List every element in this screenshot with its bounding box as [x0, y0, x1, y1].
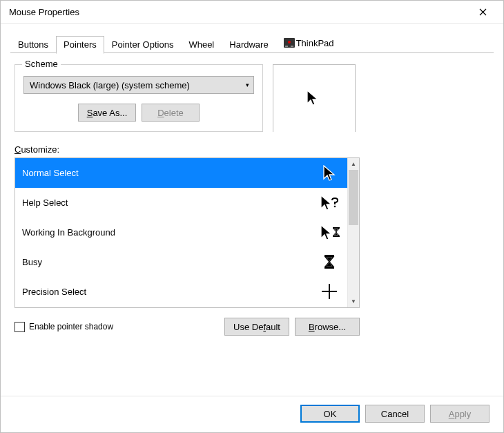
customize-label: Customize: — [14, 144, 490, 155]
list-item-working-in-background[interactable]: Working In Background — [15, 218, 347, 247]
cursor-help-icon — [320, 195, 340, 211]
list-item-label: Precision Select — [22, 287, 320, 297]
list-item-help-select[interactable]: Help Select — [15, 188, 347, 218]
cursor-background-icon — [320, 224, 340, 241]
tab-wheel[interactable]: Wheel — [181, 36, 222, 54]
scroll-track[interactable] — [348, 170, 359, 296]
cursor-listbox[interactable]: Normal Select Help Select Working In Bac… — [14, 157, 360, 308]
scroll-down-button[interactable]: ▼ — [348, 296, 359, 307]
apply-button: Apply — [430, 405, 490, 423]
enable-pointer-shadow-checkbox[interactable] — [14, 322, 25, 332]
list-item-label: Help Select — [22, 198, 320, 208]
cursor-list: Normal Select Help Select Working In Bac… — [15, 158, 347, 307]
cursor-precision-icon — [320, 284, 340, 300]
save-as-button[interactable]: Save As... — [78, 104, 136, 122]
scheme-group: Scheme Windows Black (large) (system sch… — [14, 64, 263, 132]
tab-page-pointers: Scheme Windows Black (large) (system sch… — [1, 53, 503, 396]
list-item-busy[interactable]: Busy — [15, 247, 347, 277]
window-title: Mouse Properties — [9, 7, 469, 17]
cursor-arrow-icon — [306, 90, 322, 108]
list-item-precision-select[interactable]: Precision Select — [15, 277, 347, 307]
titlebar: Mouse Properties — [1, 1, 503, 24]
use-default-button[interactable]: Use Default — [224, 318, 289, 336]
list-item-normal-select[interactable]: Normal Select — [15, 158, 347, 188]
cancel-button[interactable]: Cancel — [365, 405, 425, 423]
cursor-busy-icon — [320, 255, 340, 270]
cursor-preview — [273, 64, 356, 132]
tab-hardware[interactable]: Hardware — [222, 36, 275, 54]
dialog-buttons: OK Cancel Apply — [1, 396, 503, 432]
scheme-legend: Scheme — [22, 59, 61, 69]
mouse-properties-window: Mouse Properties Buttons Pointers Pointe… — [0, 0, 504, 433]
list-item-label: Normal Select — [22, 168, 320, 178]
thinkpad-icon — [284, 38, 295, 50]
close-button[interactable] — [469, 3, 496, 22]
tab-buttons[interactable]: Buttons — [10, 36, 56, 54]
tab-thinkpad[interactable]: ThinkPad — [276, 35, 342, 54]
list-item-label: Busy — [22, 257, 320, 267]
list-item-label: Working In Background — [22, 227, 320, 238]
scroll-thumb[interactable] — [349, 170, 358, 225]
scheme-select[interactable]: Windows Black (large) (system scheme) ▾ — [23, 76, 254, 94]
tab-pointers[interactable]: Pointers — [56, 36, 104, 54]
cursor-arrow-icon — [320, 165, 340, 182]
tab-thinkpad-label: ThinkPad — [296, 38, 334, 48]
tab-strip: Buttons Pointers Pointer Options Wheel H… — [1, 24, 503, 53]
scheme-select-value: Windows Black (large) (system scheme) — [30, 80, 190, 90]
tab-pointer-options[interactable]: Pointer Options — [104, 36, 182, 54]
ok-button[interactable]: OK — [300, 405, 360, 423]
scroll-up-button[interactable]: ▲ — [348, 158, 359, 170]
enable-pointer-shadow-label: Enable pointer shadow — [29, 322, 113, 331]
delete-button: Delete — [142, 104, 200, 122]
chevron-down-icon: ▾ — [246, 81, 249, 88]
browse-button[interactable]: Browse... — [295, 318, 360, 336]
listbox-scrollbar[interactable]: ▲ ▼ — [347, 158, 359, 307]
close-icon — [479, 8, 487, 16]
